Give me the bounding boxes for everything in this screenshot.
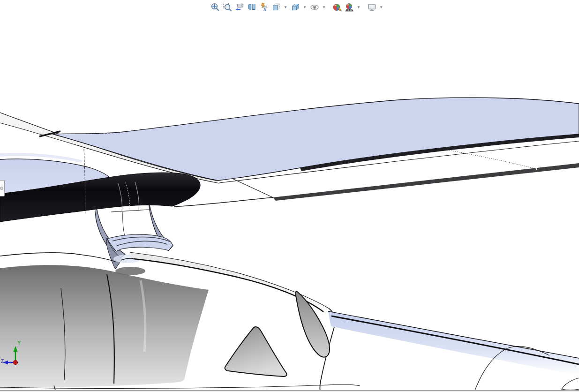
apply-scene-icon <box>345 2 354 12</box>
apply-scene-button[interactable] <box>344 2 354 12</box>
vent-grille <box>115 267 145 275</box>
statusbar-strip <box>0 391 579 392</box>
display-style-icon <box>291 2 300 12</box>
panel-flyout-handle[interactable] <box>0 180 5 196</box>
dynamic-annotation-views-button[interactable]: A <box>259 2 269 12</box>
edit-appearance-icon <box>332 2 342 12</box>
view-orientation-button[interactable] <box>271 2 281 12</box>
hide-show-items-icon <box>310 2 319 12</box>
3d-viewport[interactable]: Y Z <box>0 0 579 392</box>
section-view-icon <box>247 2 256 12</box>
triad-z-label: Z <box>1 359 4 364</box>
view-settings-icon <box>367 2 376 12</box>
flyout-handle-dot <box>0 187 3 190</box>
edit-appearance-button[interactable] <box>332 2 342 12</box>
display-style-dropdown[interactable]: ▾ <box>302 2 307 12</box>
dynamic-annotation-views-icon: A <box>259 2 269 12</box>
previous-view-button[interactable] <box>234 2 244 12</box>
view-settings-dropdown[interactable]: ▾ <box>379 2 383 12</box>
zoom-to-area-icon <box>223 2 232 12</box>
zoom-to-area-button[interactable] <box>222 2 232 12</box>
view-orientation-dropdown[interactable]: ▾ <box>283 2 288 12</box>
hide-show-items-dropdown[interactable]: ▾ <box>322 2 326 12</box>
cad-application-window: { "toolbar": { "dropdown_glyph": "▾", "a… <box>0 0 579 392</box>
display-style-button[interactable] <box>290 2 300 12</box>
previous-view-icon <box>235 2 244 12</box>
hide-show-items-button[interactable] <box>309 2 319 12</box>
section-view-button[interactable] <box>247 2 256 12</box>
zoom-to-fit-button[interactable] <box>210 2 220 12</box>
triad-y-label: Y <box>17 340 21 346</box>
apply-scene-dropdown[interactable]: ▾ <box>356 2 361 12</box>
view-settings-button[interactable] <box>367 2 376 12</box>
zoom-to-fit-icon <box>211 2 220 12</box>
view-orientation-icon <box>271 2 281 12</box>
annotation-a-glyph: A <box>263 8 266 12</box>
heads-up-toolbar: A ▾ ▾ ▾ <box>210 1 383 13</box>
